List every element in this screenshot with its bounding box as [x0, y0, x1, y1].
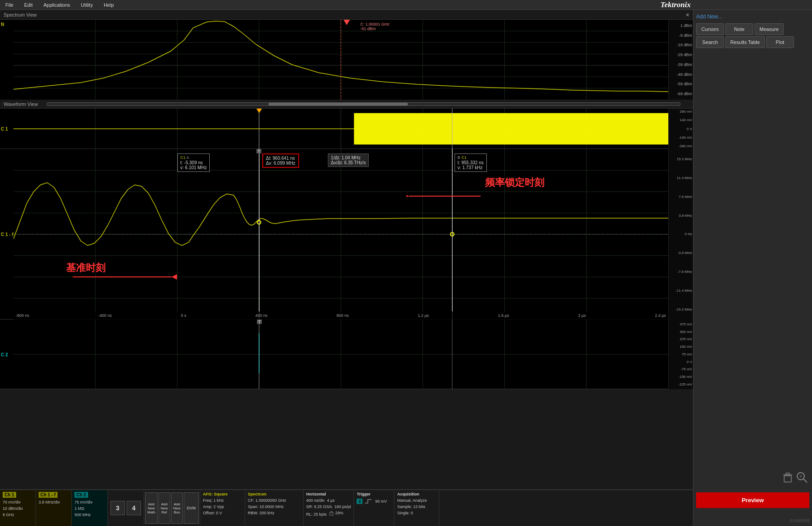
- c1-y-0: 280 mV: [670, 110, 692, 114]
- status-acquisition[interactable]: Acquisition Manual, Analyze Sample: 12-b…: [394, 490, 439, 526]
- cursor-a-freq: v: 6.101 MHz: [181, 165, 207, 170]
- zoom-icon[interactable]: +: [796, 471, 808, 485]
- watermark: 自动秒链接: [790, 518, 810, 524]
- status-ch1[interactable]: Ch 1 70 mV/div 10 dBm/div 8 GHz: [0, 490, 36, 526]
- ch2-val-1: 1 MΩ: [75, 505, 105, 512]
- ch1-badge: Ch 1: [3, 492, 16, 498]
- c1f-y-3: 3.8 MHz: [670, 214, 692, 218]
- spectrum-cursor-marker: [344, 20, 350, 25]
- status-bar: Ch 1 70 mV/div 10 dBm/div 8 GHz Ch 1 - f…: [0, 489, 693, 526]
- c1-y-6: -140 mV: [670, 136, 692, 140]
- waveform-c1f-grid: [13, 149, 668, 320]
- measure-button[interactable]: Measure: [755, 23, 784, 35]
- c1f-y-5: -3.8 MHz: [670, 251, 692, 255]
- cursor-a-info: C1 A t: -5.309 ns v: 6.101 MHz: [177, 153, 210, 172]
- x-label-0: -800 ns: [16, 313, 29, 318]
- c2-y-1: 300 mV: [670, 330, 692, 334]
- c2-y-8: -225 mV: [670, 382, 692, 386]
- c1f-y-2: 7.6 MHz: [670, 195, 692, 199]
- waveform-c1-grid: [13, 109, 668, 149]
- results-table-button[interactable]: Results Table: [725, 36, 765, 48]
- afg-offset: Offset: 0 V: [203, 510, 242, 516]
- c2-y-4: 75 mV: [670, 352, 692, 356]
- spectrum-span: Span: 10.0000 MHz: [248, 504, 300, 510]
- spectrum-close-btn[interactable]: ×: [686, 11, 689, 18]
- horizontal-label: Horizontal: [306, 492, 351, 496]
- plot-button[interactable]: Plot: [766, 36, 794, 48]
- horizontal-scale: 400 ns/div 4 µs: [306, 497, 351, 504]
- spectrum-rbw: RBW: 200 kHz: [248, 510, 300, 516]
- c2-y-5: 0 V: [670, 360, 692, 364]
- waveform-scrollbar[interactable]: [47, 102, 680, 106]
- note-button[interactable]: Note: [725, 23, 753, 35]
- spectrum-grid: [13, 20, 668, 100]
- add-math-button[interactable]: Add New Math: [145, 492, 158, 524]
- cursor-a-line: [259, 149, 260, 320]
- y-label-7: -69 dBm: [670, 92, 692, 96]
- waveform-x-axis: -800 ns -400 ns 0 s 400 ns 800 ns 1.2 µs…: [13, 311, 668, 320]
- cursors-button[interactable]: Cursors: [696, 23, 724, 35]
- horizontal-sr: SR: 6.25 GS/s 160 ps/pt: [306, 504, 351, 510]
- status-ch1f[interactable]: Ch 1 - f 3.8 MHz/div: [36, 490, 72, 526]
- spectrum-cursor-label: C: 1.00001 GHz -51 dBm: [360, 22, 389, 31]
- afg-amp: Amp: 2 Vpp: [203, 504, 242, 510]
- x-label-6: 1.6 µs: [498, 313, 509, 318]
- status-horizontal[interactable]: Horizontal 400 ns/div 4 µs SR: 6.25 GS/s…: [304, 490, 354, 526]
- waveform-c2-plot: T C 2 375 mV 300 mV 225 mV 150 mV 75 mV …: [0, 320, 693, 389]
- c1f-y-1: 11.4 MHz: [670, 176, 692, 180]
- spectrum-cf: CF: 1.00000000 GHz: [248, 497, 300, 504]
- dvm-button[interactable]: DVM: [184, 492, 199, 524]
- svg-rect-5: [786, 473, 790, 475]
- menu-help[interactable]: Help: [98, 1, 119, 9]
- cursor-invdelta-info: 1/Δt: 1.04 MHz Δv/Δt: 6.35 THz/s: [328, 153, 369, 167]
- preview-button[interactable]: Preview: [696, 492, 809, 508]
- add-bus-button[interactable]: Add New Bus: [171, 492, 183, 524]
- lock-icon: [329, 510, 334, 516]
- svg-rect-29: [354, 113, 668, 145]
- add-new-label: Add New...: [696, 13, 809, 20]
- search-button[interactable]: Search: [696, 36, 724, 48]
- waveform-c2-section: T C 2 375 mV 300 mV 225 mV 150 mV 75 mV …: [0, 320, 693, 389]
- c1-y-4: 0 V: [670, 127, 692, 131]
- c2-y-7: -150 mV: [670, 375, 692, 379]
- c1f-y-0: 15.2 MHz: [670, 157, 692, 161]
- waveform-c2-grid: [13, 320, 668, 389]
- menu-file[interactable]: File: [0, 1, 19, 9]
- cursor-a-marker: T: [256, 149, 262, 153]
- menu-utility[interactable]: Utility: [75, 1, 98, 9]
- menu-edit[interactable]: Edit: [19, 1, 38, 9]
- menu-applications[interactable]: Applications: [38, 1, 75, 9]
- status-afg[interactable]: AFG: Square Freq: 1 kHz Amp: 2 Vpp Offse…: [200, 490, 245, 526]
- spectrum-ch-n: N: [1, 22, 4, 27]
- c2-y-3: 150 mV: [670, 345, 692, 349]
- badge-3[interactable]: 3: [110, 501, 125, 515]
- spectrum-label: Spectrum: [248, 492, 300, 496]
- y-label-5: -49 dBm: [670, 72, 692, 77]
- x-label-5: 1.2 µs: [418, 313, 429, 318]
- waveform-c1-plot: C 1 280 mV 140 mV 0 V -140 mV -280 mV: [0, 109, 693, 149]
- afg-label: AFG: Square: [203, 492, 242, 496]
- ch1-val-0: 70 mV/div: [3, 499, 33, 505]
- ch1-label: C 1: [1, 127, 8, 132]
- status-trigger[interactable]: Trigger 2 90 mV: [354, 490, 394, 526]
- c1f-y-8: -15.2 MHz: [670, 307, 692, 311]
- svg-line-1: [803, 479, 807, 482]
- c2-y-axis: 375 mV 300 mV 225 mV 150 mV 75 mV 0 V -7…: [668, 320, 693, 389]
- spectrum-view-title: Spectrum View: [4, 12, 37, 18]
- c1-y-8: -280 mV: [670, 144, 692, 148]
- annotation-lock-arrow: [406, 187, 487, 205]
- status-spectrum[interactable]: Spectrum CF: 1.00000000 GHz Span: 10.000…: [245, 490, 304, 526]
- status-ch2[interactable]: Ch 2 75 mV/div 1 MΩ 500 MHz: [72, 490, 108, 526]
- c2-trigger-marker: T: [257, 320, 262, 324]
- acquisition-mode: Manual, Analyze: [397, 497, 436, 504]
- spectrum-title-bar: Spectrum View ×: [0, 10, 693, 20]
- cursor-b-line: [452, 149, 453, 320]
- waveform-c1-section: Waveform View: [0, 100, 693, 149]
- badge-4[interactable]: 4: [127, 501, 141, 515]
- add-ref-button[interactable]: Add New Ref: [159, 492, 170, 524]
- x-label-1: -400 ns: [98, 313, 112, 318]
- waveform-c1f-section: T C 1 - f C1 A t: -5.309 ns v: 6.101 MHz…: [0, 149, 693, 320]
- y-label-2: -19 dBm: [670, 43, 692, 47]
- trash-icon[interactable]: [781, 471, 794, 485]
- y-label-6: -59 dBm: [670, 82, 692, 86]
